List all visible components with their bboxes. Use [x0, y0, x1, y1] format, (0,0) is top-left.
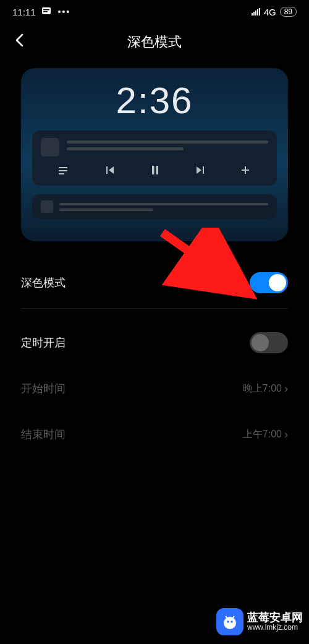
schedule-toggle[interactable] — [250, 332, 288, 353]
previous-track-icon — [105, 165, 115, 178]
text-placeholder-line — [59, 203, 268, 205]
watermark-url: www.lmkjz.com — [247, 624, 303, 632]
start-time-row[interactable]: 开始时间 晚上7:00 › — [21, 366, 288, 411]
dark-mode-toggle[interactable] — [250, 272, 288, 293]
watermark: 蓝莓安卓网 www.lmkjz.com — [216, 608, 303, 635]
svg-rect-8 — [156, 166, 158, 174]
text-placeholder-line — [67, 140, 268, 144]
preview-notification — [32, 194, 277, 219]
watermark-logo-icon — [216, 608, 243, 635]
notification-app-icon — [41, 200, 53, 213]
svg-rect-9 — [203, 166, 204, 174]
svg-rect-0 — [42, 7, 51, 14]
album-art-placeholder — [41, 138, 59, 157]
divider — [21, 308, 288, 309]
svg-line-17 — [232, 616, 234, 619]
end-time-value: 上午7:00 — [243, 428, 282, 441]
svg-rect-6 — [106, 166, 108, 174]
signal-icon — [252, 8, 260, 15]
playlist-icon — [59, 165, 70, 178]
plus-icon — [240, 165, 250, 178]
status-bar: 11:11 ••• 4G 89 — [0, 0, 309, 24]
svg-point-15 — [231, 620, 233, 623]
status-left: 11:11 ••• — [12, 7, 70, 17]
start-time-value: 晚上7:00 — [243, 382, 282, 395]
svg-line-16 — [226, 616, 227, 619]
svg-point-13 — [224, 617, 236, 629]
svg-rect-5 — [59, 173, 64, 174]
text-placeholder-line — [59, 208, 153, 211]
preview-clock: 2:36 — [21, 79, 288, 122]
watermark-title: 蓝莓安卓网 — [247, 612, 303, 624]
start-time-label: 开始时间 — [21, 381, 66, 396]
page-title: 深色模式 — [0, 33, 309, 51]
dark-mode-preview: 2:36 — [21, 68, 288, 241]
svg-rect-3 — [59, 167, 67, 168]
schedule-label: 定时开启 — [21, 335, 66, 350]
header: 深色模式 — [0, 24, 309, 61]
dark-mode-row[interactable]: 深色模式 — [21, 260, 288, 306]
network-type: 4G — [264, 7, 276, 17]
end-time-label: 结束时间 — [21, 427, 66, 442]
svg-rect-4 — [59, 170, 67, 171]
message-icon — [42, 7, 52, 17]
svg-rect-1 — [43, 9, 49, 11]
status-time: 11:11 — [12, 7, 36, 17]
pause-icon — [151, 165, 159, 178]
svg-rect-7 — [152, 166, 154, 174]
more-icon: ••• — [58, 7, 71, 17]
chevron-right-icon: › — [284, 428, 288, 441]
text-placeholder-line — [67, 147, 184, 150]
status-right: 4G 89 — [252, 7, 297, 17]
next-track-icon — [195, 165, 205, 178]
chevron-right-icon: › — [284, 382, 288, 395]
end-time-row[interactable]: 结束时间 上午7:00 › — [21, 411, 288, 457]
schedule-row[interactable]: 定时开启 — [21, 320, 288, 366]
battery-indicator: 89 — [280, 7, 297, 17]
svg-point-14 — [227, 620, 229, 623]
back-button[interactable] — [14, 33, 25, 52]
svg-rect-2 — [43, 11, 48, 12]
preview-music-widget — [32, 131, 277, 186]
dark-mode-label: 深色模式 — [21, 275, 66, 290]
svg-rect-11 — [242, 170, 249, 171]
